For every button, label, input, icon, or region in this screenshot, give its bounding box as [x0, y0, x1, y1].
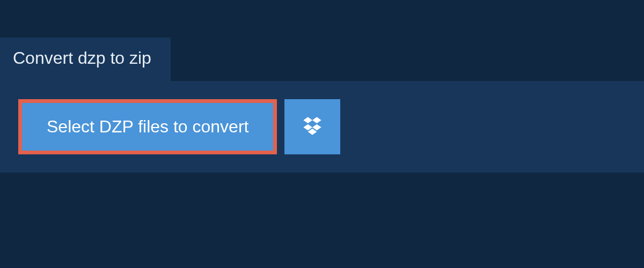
dropbox-icon: [302, 115, 323, 139]
conversion-panel: Select DZP files to convert: [0, 81, 644, 173]
tab-convert-dzp-to-zip[interactable]: Convert dzp to zip: [0, 38, 171, 81]
tab-label: Convert dzp to zip: [13, 48, 151, 68]
select-files-label: Select DZP files to convert: [47, 117, 248, 137]
select-files-button[interactable]: Select DZP files to convert: [18, 99, 277, 154]
dropbox-button[interactable]: [284, 99, 340, 154]
tab-bar: Convert dzp to zip: [0, 0, 644, 81]
action-button-row: Select DZP files to convert: [18, 99, 626, 154]
